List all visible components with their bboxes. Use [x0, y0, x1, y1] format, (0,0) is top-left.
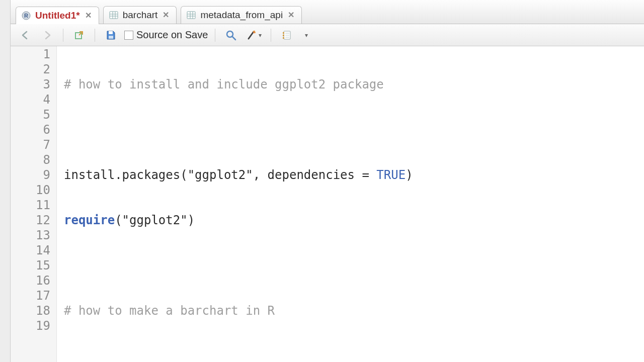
svg-rect-19 — [283, 32, 284, 34]
svg-rect-14 — [109, 36, 113, 39]
nav-forward-button[interactable] — [39, 28, 56, 43]
source-on-save-label: Source on Save — [136, 29, 208, 41]
separator — [63, 29, 63, 42]
tab-metadata-from-api[interactable]: metadata_from_api ✕ — [181, 6, 302, 24]
svg-rect-13 — [109, 31, 113, 34]
svg-line-16 — [232, 37, 235, 40]
code-tools-button[interactable]: ▾ — [245, 28, 264, 43]
line-gutter: 123 456 789 101112 131415 161718 19 — [11, 46, 57, 362]
r-script-icon: R — [21, 11, 31, 21]
tab-untitled1[interactable]: R Untitled1* ✕ — [16, 7, 99, 24]
save-button[interactable] — [102, 28, 119, 43]
tab-label: Untitled1* — [35, 10, 80, 21]
table-icon — [186, 10, 196, 20]
svg-rect-2 — [110, 12, 118, 19]
rstudio-source-pane: R Untitled1* ✕ barchart ✕ metadata_from_… — [10, 0, 644, 362]
code-editor[interactable]: 123 456 789 101112 131415 161718 19 # ho… — [11, 46, 644, 362]
tab-strip: R Untitled1* ✕ barchart ✕ metadata_from_… — [11, 0, 644, 24]
close-icon[interactable]: ✕ — [162, 11, 170, 19]
svg-rect-21 — [283, 37, 284, 39]
separator — [95, 29, 95, 42]
table-icon — [109, 10, 119, 20]
tab-barchart[interactable]: barchart ✕ — [103, 6, 177, 24]
nav-back-button[interactable] — [17, 28, 34, 43]
tab-label: metadata_from_api — [200, 10, 283, 21]
popout-button[interactable] — [70, 28, 88, 43]
code-area[interactable]: # how to install and include ggplot2 pac… — [57, 46, 644, 362]
editor-toolbar: Source on Save ▾ ▾ — [11, 24, 644, 46]
find-button[interactable] — [222, 28, 239, 43]
chevron-down-icon: ▾ — [259, 32, 262, 39]
svg-rect-20 — [283, 35, 284, 36]
close-icon[interactable]: ✕ — [287, 11, 295, 19]
notebook-button[interactable] — [278, 28, 295, 43]
checkbox-icon[interactable] — [124, 31, 133, 40]
chevron-down-icon: ▾ — [305, 32, 308, 39]
more-button[interactable]: ▾ — [300, 28, 311, 43]
separator — [271, 29, 271, 42]
svg-text:R: R — [24, 13, 28, 19]
tab-label: barchart — [123, 10, 158, 21]
svg-rect-7 — [187, 12, 195, 19]
code-token: # how to install and include ggplot2 pac… — [64, 77, 384, 92]
source-on-save-toggle[interactable]: Source on Save — [124, 29, 208, 41]
close-icon[interactable]: ✕ — [84, 12, 93, 20]
separator — [215, 29, 215, 42]
